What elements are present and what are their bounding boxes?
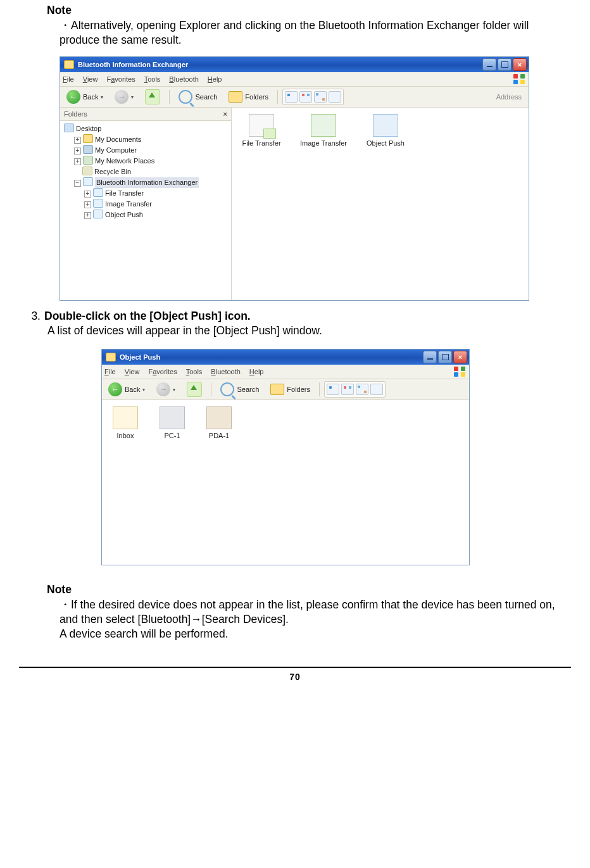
folders-icon xyxy=(270,384,284,395)
note-heading-1: Note xyxy=(47,4,590,17)
up-button[interactable] xyxy=(182,381,206,398)
menu-tools[interactable]: Tools xyxy=(144,75,161,83)
view-option-icon[interactable] xyxy=(356,384,368,395)
search-icon xyxy=(220,382,234,396)
forward-button[interactable]: → ▾ xyxy=(152,381,180,398)
up-icon xyxy=(187,382,202,397)
view-buttons[interactable] xyxy=(324,381,386,398)
windows-flag-icon xyxy=(513,74,525,84)
back-dropdown-icon[interactable]: ▾ xyxy=(142,387,145,393)
network-icon xyxy=(83,156,93,165)
panel-close-icon[interactable]: × xyxy=(223,110,227,118)
menu-favorites[interactable]: Favorites xyxy=(148,368,177,375)
view-option-icon[interactable] xyxy=(327,384,339,395)
object-push-icon xyxy=(93,210,103,218)
titlebar[interactable]: Bluetooth Information Exchanger × xyxy=(60,57,529,72)
item-image-transfer[interactable]: Image Transfer xyxy=(299,114,348,147)
menu-help[interactable]: Help xyxy=(208,75,222,83)
page-number: 70 xyxy=(0,672,590,682)
item-pda-1[interactable]: PDA-1 xyxy=(201,406,237,439)
tree-object-push[interactable]: Object Push xyxy=(105,211,143,218)
tree-my-computer[interactable]: My Computer xyxy=(95,146,137,154)
address-label: Address xyxy=(496,93,527,101)
view-option-icon[interactable] xyxy=(314,91,327,103)
expand-icon[interactable]: + xyxy=(74,158,81,165)
maximize-button[interactable] xyxy=(498,58,512,71)
file-transfer-icon xyxy=(93,188,103,197)
folders-icon xyxy=(229,91,242,103)
folder-tree[interactable]: Desktop +My Documents +My Computer +My N… xyxy=(60,121,231,223)
view-buttons[interactable] xyxy=(282,89,344,105)
menu-bluetooth[interactable]: Bluetooth xyxy=(169,75,199,83)
tree-image-transfer[interactable]: Image Transfer xyxy=(105,200,152,208)
expand-icon[interactable]: + xyxy=(74,148,81,154)
minimize-button[interactable] xyxy=(423,351,437,363)
view-option-icon[interactable] xyxy=(341,384,354,395)
up-button[interactable] xyxy=(141,88,165,106)
back-dropdown-icon[interactable]: ▾ xyxy=(101,94,103,100)
item-label: Object Push xyxy=(367,139,405,147)
window-title: Object Push xyxy=(120,353,160,361)
menu-bar: File View Favorites Tools Bluetooth Help xyxy=(102,365,469,379)
folders-button[interactable]: Folders xyxy=(266,381,315,398)
folders-label: Folders xyxy=(287,386,310,393)
forward-button[interactable]: → ▾ xyxy=(110,88,138,106)
maximize-button[interactable] xyxy=(438,351,452,363)
expand-icon[interactable]: + xyxy=(84,201,91,208)
expand-icon[interactable]: + xyxy=(84,191,91,198)
back-arrow-icon: ← xyxy=(108,382,122,396)
expand-icon[interactable]: + xyxy=(74,137,81,144)
menu-bluetooth[interactable]: Bluetooth xyxy=(211,368,241,375)
search-button[interactable]: Search xyxy=(174,88,222,106)
view-option-icon[interactable] xyxy=(299,91,312,103)
tree-my-documents[interactable]: My Documents xyxy=(95,135,141,143)
menu-file[interactable]: File xyxy=(63,75,74,83)
item-inbox[interactable]: Inbox xyxy=(107,406,144,439)
search-button[interactable]: Search xyxy=(216,381,263,398)
expand-icon[interactable]: + xyxy=(84,212,91,219)
item-label: Inbox xyxy=(117,432,134,439)
menu-bar: File View Favorites Tools Bluetooth Help xyxy=(60,72,529,87)
forward-dropdown-icon[interactable]: ▾ xyxy=(131,94,134,100)
item-label: File Transfer xyxy=(242,139,280,147)
close-button[interactable]: × xyxy=(453,351,467,363)
item-pc-1[interactable]: PC-1 xyxy=(154,406,191,439)
forward-dropdown-icon[interactable]: ▾ xyxy=(173,387,175,393)
view-option-icon[interactable] xyxy=(285,91,298,103)
step-body: A list of devices will appear in the [Ob… xyxy=(47,324,590,337)
menu-help[interactable]: Help xyxy=(249,368,264,375)
view-option-icon[interactable] xyxy=(329,91,341,103)
footer-separator xyxy=(19,667,571,668)
image-transfer-icon xyxy=(311,114,336,137)
note-body-2b: A device search will be performed. xyxy=(60,627,571,641)
item-object-push[interactable]: Object Push xyxy=(361,114,410,147)
minimize-button[interactable] xyxy=(482,58,496,71)
tree-desktop[interactable]: Desktop xyxy=(76,125,101,132)
menu-view[interactable]: View xyxy=(83,75,98,83)
collapse-icon[interactable]: − xyxy=(74,180,81,187)
search-label: Search xyxy=(195,93,217,101)
item-file-transfer[interactable]: File Transfer xyxy=(237,114,286,147)
object-push-icon xyxy=(373,114,398,137)
back-button[interactable]: ← Back ▾ xyxy=(104,381,149,398)
folder-icon xyxy=(83,134,93,143)
titlebar[interactable]: Object Push × xyxy=(102,349,469,365)
folders-button[interactable]: Folders xyxy=(224,88,273,106)
windows-flag-icon xyxy=(454,367,465,377)
tree-file-transfer[interactable]: File Transfer xyxy=(105,189,144,197)
tree-recycle-bin[interactable]: Recycle Bin xyxy=(94,168,131,175)
tree-my-network-places[interactable]: My Network Places xyxy=(95,157,154,165)
recycle-bin-icon xyxy=(82,167,92,175)
menu-tools[interactable]: Tools xyxy=(186,368,203,375)
tree-bluetooth-exchanger[interactable]: Bluetooth Information Exchanger xyxy=(95,177,199,188)
item-label: PC-1 xyxy=(164,432,180,439)
close-button[interactable]: × xyxy=(513,58,527,71)
menu-file[interactable]: File xyxy=(104,368,116,375)
folder-icon xyxy=(64,60,74,69)
view-option-icon[interactable] xyxy=(370,384,383,395)
note-body-2a: ・If the desired device does not appear i… xyxy=(60,598,571,627)
back-button[interactable]: ← Back ▾ xyxy=(62,88,108,106)
menu-favorites[interactable]: Favorites xyxy=(106,75,135,83)
menu-view[interactable]: View xyxy=(125,368,140,375)
window-title: Bluetooth Information Exchanger xyxy=(78,61,188,68)
